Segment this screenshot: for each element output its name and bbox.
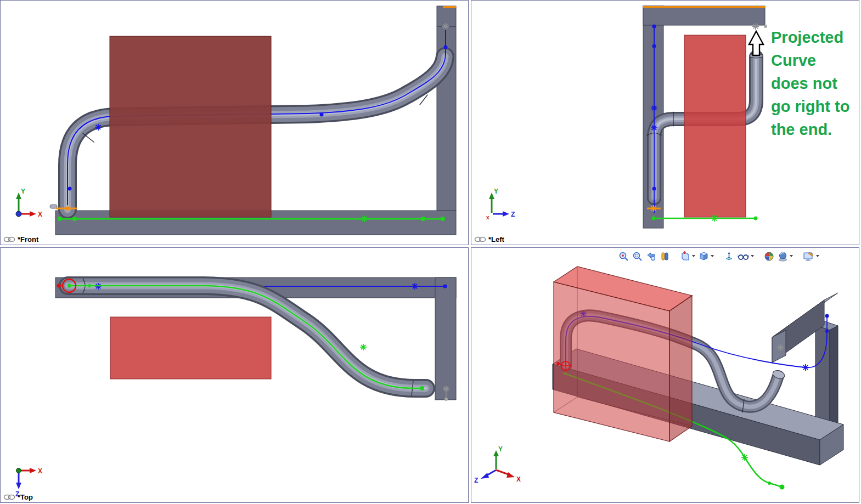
eyeglasses-icon [738,251,749,262]
endpoint-dot-gray [764,25,767,28]
view-settings-pin-icon [724,251,734,262]
curve-point-dot [72,217,77,221]
dropdown-caret[interactable] [816,255,819,257]
viewport-isometric[interactable]: Y X Z [471,247,859,503]
viewport-left[interactable]: Y Z x Projected Curve does not go right … [471,0,859,245]
annotation-line: the end. [771,118,861,141]
right-column[interactable] [437,6,456,211]
annotation-line: go right to [771,95,861,118]
section-view-button[interactable] [680,251,695,262]
link-icon [474,236,486,242]
bar-orange-edge [643,6,765,8]
axis-label-y: Y [21,188,25,195]
link-icon [3,236,15,242]
cad-multi-viewport-window: Y X *Front [0,0,861,504]
previous-view-button[interactable] [646,251,656,262]
view-capture-button[interactable] [803,251,819,262]
apply-scene-button[interactable] [778,251,793,262]
zoom-to-fit-icon [618,251,629,262]
view-label-top: *Top [3,493,33,501]
reference-plane-red[interactable] [110,317,271,379]
top-bar [643,6,765,25]
view-label-text: *Left [488,235,504,243]
axis-label-z: Z [511,211,515,218]
curve-point-dot [320,113,324,117]
zoom-to-area-icon [632,251,643,262]
reference-surface-red-box[interactable] [554,267,692,441]
section-view-icon [680,251,690,262]
iso-view-canvas[interactable]: Y X Z [471,248,859,502]
curve-point-dot [444,46,448,49]
endpoint-marker-gray [752,23,759,30]
hide-show-items-button[interactable] [738,251,754,262]
edit-appearance-button[interactable] [764,251,774,262]
asterisk-marker-def [471,248,475,251]
link-icon [3,494,15,500]
annotation-arrow-up [749,31,763,55]
view-orientation-button[interactable] [699,251,714,262]
view-label-front: *Front [3,235,38,243]
annotation-line: Curve [771,49,861,72]
reference-plane-red[interactable] [684,35,746,217]
axis-label-x: x [486,214,489,220]
origin-triad-left: Y Z x [486,188,515,220]
annotation-line: does not [771,72,861,95]
right-bar [435,278,456,400]
curve-point-dot [441,217,445,221]
view-label-text: *Front [18,235,38,243]
top-view-canvas[interactable]: X Z [1,248,468,502]
endpoint-marker-gray [777,344,784,351]
axis-label-y: Y [498,445,503,453]
axis-label-x: X [516,475,521,483]
view-orientation-cube-icon [699,251,709,262]
view-label-text: *Top [18,493,33,501]
axis-label-x: X [38,467,42,475]
origin-triad-iso: Y X Z [474,445,521,484]
reference-plane-red[interactable] [110,36,271,217]
curve-point-asterisk [95,124,102,131]
appearance-ball-icon [764,251,774,262]
axis-label-x: X [38,211,42,218]
rotate-view-icon [660,251,670,262]
zoom-to-fit-button[interactable] [618,251,629,262]
column-orange-edge [443,6,456,8]
apply-scene-icon [778,251,788,262]
annotation-projected-curve: Projected Curve does not go right to the… [771,26,861,141]
viewport-top[interactable]: X Z *Top [0,247,469,503]
axis-label-z: Z [474,477,478,484]
dropdown-caret[interactable] [790,255,793,257]
dropdown-caret[interactable] [711,255,714,257]
rotate-view-button[interactable] [660,251,670,262]
dropdown-caret[interactable] [751,255,754,257]
axis-label-y: Y [494,188,498,195]
view-label-left: *Left [474,235,504,243]
viewport-front[interactable]: Y X *Front [0,0,469,245]
curve-point-dot [421,217,425,221]
origin-triad-front: Y X [16,188,42,218]
dropdown-caret[interactable] [692,255,695,257]
view-settings-pin-button[interactable] [724,251,734,262]
annotation-line: Projected [771,26,861,49]
curve-point-dot [58,217,62,221]
previous-view-icon [646,251,656,262]
curve-point-dot [68,187,72,191]
monitor-pencil-icon [803,251,814,262]
heads-up-view-toolbar [618,249,819,263]
zoom-to-area-button[interactable] [632,251,643,262]
front-view-canvas[interactable]: Y X [1,1,468,245]
